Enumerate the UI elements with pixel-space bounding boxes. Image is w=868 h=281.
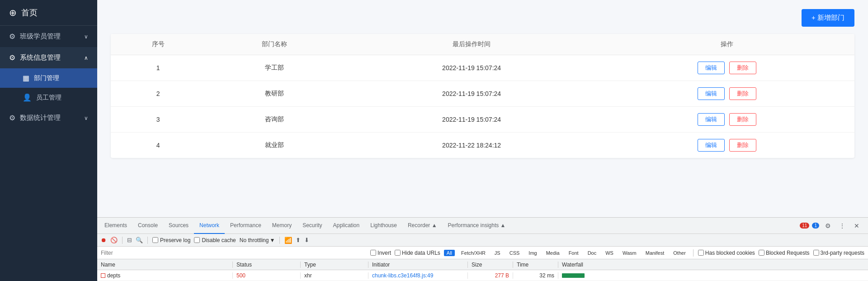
add-dept-button[interactable]: + 新增部门 xyxy=(802,9,854,27)
tab-memory[interactable]: Memory xyxy=(267,218,297,234)
net-row-time: 32 ms xyxy=(513,272,558,279)
type-btn-css[interactable]: CSS xyxy=(507,250,523,256)
throttle-dropdown[interactable]: No throttling ▼ xyxy=(240,237,275,243)
third-party-label: 3rd-party requests xyxy=(821,250,864,256)
edit-button[interactable]: 编辑 xyxy=(698,139,725,152)
upload-icon[interactable]: ⬆ xyxy=(296,237,301,243)
net-row-status: 500 xyxy=(233,272,301,279)
net-row-type: xhr xyxy=(301,272,368,279)
tab-lighthouse[interactable]: Lighthouse xyxy=(365,218,402,234)
col-header-initiator[interactable]: Initiator xyxy=(368,262,468,268)
tab-performance[interactable]: Performance xyxy=(225,218,267,234)
tab-application[interactable]: Application xyxy=(328,218,365,234)
net-row-initiator[interactable]: chunk-libs.c3e164f8.js:49 xyxy=(368,272,468,279)
tab-sources[interactable]: Sources xyxy=(163,218,194,234)
type-btn-manifest[interactable]: Manifest xyxy=(643,250,667,256)
col-name: 部门名称 xyxy=(205,34,344,55)
gear-icon-2: ⚙ xyxy=(9,53,15,62)
delete-button[interactable]: 删除 xyxy=(729,87,756,100)
record-icon[interactable]: ⏺ xyxy=(101,237,107,243)
close-icon[interactable]: ✕ xyxy=(851,220,863,232)
cell-time: 2022-11-19 15:07:24 xyxy=(344,55,599,81)
devtools-filter: Invert Hide data URLs All Fetch/XHR JS C… xyxy=(97,247,868,259)
user-icon: 👤 xyxy=(23,93,32,102)
tab-console[interactable]: Console xyxy=(132,218,163,234)
throttle-label: No throttling xyxy=(240,237,269,243)
type-btn-wasm[interactable]: Wasm xyxy=(620,250,639,256)
col-header-type[interactable]: Type xyxy=(301,262,368,268)
tab-network[interactable]: Network xyxy=(194,218,225,234)
content-area: + 新增部门 序号 部门名称 最后操作时间 操作 1 学工部 2 xyxy=(97,0,868,217)
edit-button[interactable]: 编辑 xyxy=(698,87,725,100)
col-header-size[interactable]: Size xyxy=(468,262,513,268)
chevron-up-icon: ∧ xyxy=(84,55,88,61)
type-btn-fetch-xhr[interactable]: Fetch/XHR xyxy=(458,250,488,256)
cell-time: 2022-11-22 18:24:12 xyxy=(344,133,599,158)
gear-icon: ⚙ xyxy=(9,32,15,41)
type-btn-doc[interactable]: Doc xyxy=(585,250,599,256)
filter-icon[interactable]: ⊟ xyxy=(127,237,132,243)
type-btn-media[interactable]: Media xyxy=(543,250,562,256)
type-btn-ws[interactable]: WS xyxy=(603,250,616,256)
message-badge: 1 xyxy=(812,223,819,229)
devtools-panel: Elements Console Sources Network Perform… xyxy=(97,217,868,281)
third-party-checkbox[interactable]: 3rd-party requests xyxy=(813,250,864,256)
tab-elements[interactable]: Elements xyxy=(99,218,132,234)
sidebar-item-label: 数据统计管理 xyxy=(20,114,61,122)
col-header-time[interactable]: Time xyxy=(513,262,558,268)
type-btn-all[interactable]: All xyxy=(444,250,455,256)
type-btn-font[interactable]: Font xyxy=(566,250,581,256)
disable-cache-checkbox[interactable]: Disable cache xyxy=(194,237,236,243)
sidebar-item-dept-management[interactable]: ▦ 部门管理 xyxy=(0,68,97,88)
hide-data-urls-checkbox[interactable]: Hide data URLs xyxy=(395,250,440,256)
cell-actions: 编辑 删除 xyxy=(599,107,854,133)
cell-time: 2022-11-19 15:07:24 xyxy=(344,107,599,133)
edit-button[interactable]: 编辑 xyxy=(698,113,725,126)
waterfall-bar xyxy=(562,273,585,278)
type-btn-js[interactable]: JS xyxy=(492,250,503,256)
tab-recorder[interactable]: Recorder ▲ xyxy=(402,218,443,234)
toolbar-separator-3 xyxy=(279,237,280,244)
download-icon[interactable]: ⬇ xyxy=(304,237,309,243)
logo[interactable]: ⊕ 首页 xyxy=(0,0,97,26)
sidebar-sub-item-label: 部门管理 xyxy=(34,74,59,82)
col-header-status[interactable]: Status xyxy=(233,262,301,268)
net-row-name: depts xyxy=(97,272,233,279)
blocked-requests-label: Blocked Requests xyxy=(766,250,810,256)
tab-performance-insights[interactable]: Performance insights ▲ xyxy=(443,218,511,234)
cell-actions: 编辑 删除 xyxy=(599,81,854,107)
delete-button[interactable]: 删除 xyxy=(729,139,756,152)
wifi-icon[interactable]: 📶 xyxy=(284,237,292,244)
sidebar-item-label: 班级学员管理 xyxy=(20,32,61,41)
has-blocked-cookies-checkbox[interactable]: Has blocked cookies xyxy=(698,250,755,256)
invert-checkbox[interactable]: Invert xyxy=(370,250,391,256)
dropdown-arrow: ▼ xyxy=(269,237,275,243)
blocked-requests-checkbox[interactable]: Blocked Requests xyxy=(759,250,810,256)
sidebar-item-class-management[interactable]: ⚙ 班级学员管理 ∨ xyxy=(0,26,97,47)
sidebar-item-staff-management[interactable]: 👤 员工管理 xyxy=(0,88,97,107)
sidebar-item-system-info[interactable]: ⚙ 系统信息管理 ∧ xyxy=(0,47,97,68)
more-options-icon[interactable]: ⋮ xyxy=(836,220,848,232)
tab-security[interactable]: Security xyxy=(297,218,327,234)
hide-data-urls-label: Hide data URLs xyxy=(402,250,440,256)
filter-input[interactable] xyxy=(101,250,367,256)
delete-button[interactable]: 删除 xyxy=(729,113,756,126)
cell-id: 1 xyxy=(111,55,205,81)
has-blocked-cookies-label: Has blocked cookies xyxy=(705,250,755,256)
table-row: 3 咨询部 2022-11-19 15:07:24 编辑 删除 xyxy=(111,107,854,133)
clear-icon[interactable]: 🚫 xyxy=(110,237,118,243)
sidebar-item-data-stats[interactable]: ⚙ 数据统计管理 ∨ xyxy=(0,107,97,129)
col-header-waterfall[interactable]: Waterfall xyxy=(558,262,868,268)
network-row-depts[interactable]: depts 500 xhr chunk-libs.c3e164f8.js:49 … xyxy=(97,270,868,281)
cell-id: 4 xyxy=(111,133,205,158)
search-icon[interactable]: 🔍 xyxy=(136,237,143,243)
edit-button[interactable]: 编辑 xyxy=(698,62,725,74)
type-btn-img[interactable]: Img xyxy=(526,250,539,256)
settings-icon[interactable]: ⚙ xyxy=(822,220,834,232)
type-btn-other[interactable]: Other xyxy=(670,250,689,256)
cell-dept-name: 就业部 xyxy=(205,133,344,158)
disable-cache-label: Disable cache xyxy=(202,237,236,243)
delete-button[interactable]: 删除 xyxy=(729,62,756,74)
col-header-name[interactable]: Name xyxy=(97,262,233,268)
preserve-log-checkbox[interactable]: Preserve log xyxy=(152,237,190,243)
